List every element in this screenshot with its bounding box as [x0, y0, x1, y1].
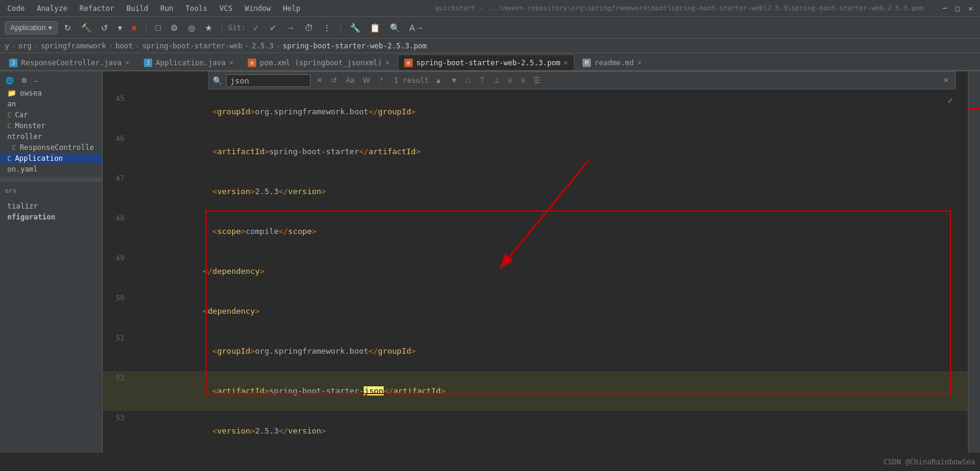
sidebar-item-monster[interactable]: C Monster [0, 120, 102, 131]
class2-icon: C [7, 122, 11, 130]
search-regex-button[interactable]: .* [376, 75, 385, 86]
sidebar-item-label: owsea [20, 89, 42, 97]
menu-refactor[interactable]: Refactor [77, 3, 117, 14]
menu-run[interactable]: Run [158, 3, 176, 14]
rerun-button[interactable]: ↺ [98, 21, 111, 34]
path-boot[interactable]: boot [115, 42, 133, 50]
menu-code[interactable]: Code [5, 3, 27, 14]
code-line-47: 47 <version>2.5.3</version> [103, 172, 968, 212]
tab-pom-xml[interactable]: m pom.xml (springboot_jsonxml) ✕ [241, 54, 396, 70]
main-layout: 🌐 ⚙ − 📁 owsea an C Car C Monster ntrolle… [0, 71, 980, 453]
git-push[interactable]: → [283, 21, 298, 34]
md-icon: M [582, 59, 591, 67]
code-content: 45 <groupId>org.springframework.boot</gr… [103, 71, 968, 453]
sidebar-item-configuration[interactable]: nfiguration [0, 212, 102, 223]
menu-vcs[interactable]: VCS [217, 3, 235, 14]
git-checkmark[interactable]: ✓ [250, 21, 263, 34]
tab-label5: readme.md [595, 59, 634, 67]
folder-icon: 📁 [7, 89, 16, 97]
search-word-button[interactable]: W [361, 75, 372, 86]
clipboard-button[interactable]: 📋 [367, 21, 383, 34]
filter-button2[interactable]: ⊥ [491, 75, 502, 86]
tab-close5-icon[interactable]: ✕ [637, 59, 642, 67]
translate-button[interactable]: A→ [407, 21, 427, 34]
tab-close2-icon[interactable]: ✕ [229, 59, 233, 67]
profile-button[interactable]: ◎ [185, 21, 198, 34]
sidebar-item-application[interactable]: C Application [0, 153, 102, 164]
filter-button3[interactable]: ≡ [506, 75, 515, 86]
git-label: Git: [228, 24, 246, 32]
git-more[interactable]: ⋮ [320, 21, 334, 34]
menu-window[interactable]: Window [242, 3, 273, 14]
expand-button[interactable]: □ [464, 75, 473, 86]
sidebar-item-label9: tializr [7, 202, 38, 210]
coverage-button[interactable]: □ [152, 21, 163, 34]
next-result-button[interactable]: ▼ [448, 75, 460, 86]
path-version[interactable]: 2.5.3 [252, 42, 274, 50]
tab-label2: Application.java [156, 59, 226, 67]
menu-tools[interactable]: Tools [183, 3, 210, 14]
sidebar-item-car[interactable]: C Car [0, 109, 102, 120]
path-springframework[interactable]: springframework [40, 42, 106, 50]
filter-button4[interactable]: ≡ [518, 75, 527, 86]
class3-icon: C [12, 144, 16, 152]
tab-application-java[interactable]: J Application.java ✕ [137, 54, 240, 70]
menu-help[interactable]: Help [280, 3, 303, 14]
editor-area: 🔍 ✕ ↺ Aa W .* 1 result ▲ ▼ □ ⊤ ⊥ ≡ ≡ ☰ ✕ [103, 71, 968, 453]
sidebar-item-yaml[interactable]: on.yaml [0, 164, 102, 175]
sidebar-item-tializr[interactable]: tializr [0, 201, 102, 212]
code-line-51: 51 <groupId>org.springframework.boot</gr… [103, 331, 968, 371]
menu-bar: Code Analyze Refactor Build Run Tools VC… [0, 0, 980, 17]
tab-starter-web-pom[interactable]: m spring-boot-starter-web-2.5.3.pom ✕ [398, 54, 575, 70]
menu-analyze[interactable]: Analyze [34, 3, 70, 14]
search-reload-button[interactable]: ↺ [329, 75, 340, 86]
wrench-button[interactable]: 🔧 [347, 21, 363, 34]
menu-build[interactable]: Build [124, 3, 150, 14]
sidebar: 🌐 ⚙ − 📁 owsea an C Car C Monster ntrolle… [0, 71, 103, 453]
star-button[interactable]: ★ [202, 21, 216, 34]
search-input[interactable] [226, 74, 311, 87]
filter-options-button[interactable]: ☰ [531, 75, 543, 86]
tab-close-icon[interactable]: ✕ [125, 59, 129, 67]
path-y[interactable]: y [5, 42, 9, 50]
build-button[interactable]: 🔨 [78, 21, 94, 34]
tab-close4-icon[interactable]: ✕ [564, 59, 568, 67]
sidebar-minus-icon[interactable]: − [31, 76, 41, 86]
filter-button1[interactable]: ⊤ [477, 75, 488, 86]
tab-readme[interactable]: M readme.md ✕ [576, 54, 648, 70]
dropdown2-button[interactable]: ▾ [115, 21, 125, 34]
minimap-marker [969, 108, 980, 109]
sidebar-globe-icon[interactable]: 🌐 [2, 75, 17, 86]
toolbar: Application ▾ ↻ 🔨 ↺ ▾ ■ □ ⚙ ◎ ★ Git: ✓ ✔… [0, 17, 980, 39]
window-maximize[interactable]: □ [953, 3, 962, 14]
code-line-48: 48 <scope>compile</scope> [103, 212, 968, 252]
title-path: quickstart - ...\maven-repository\org\sp… [433, 3, 926, 13]
window-minimize[interactable]: ─ [940, 3, 949, 14]
debug-button[interactable]: ⚙ [167, 21, 181, 34]
window-close[interactable]: ✕ [966, 3, 975, 14]
tab-close3-icon[interactable]: ✕ [385, 59, 390, 67]
sidebar-item-response[interactable]: C ResponseControlle [0, 142, 102, 153]
sidebar-item-ntroller[interactable]: ntroller [0, 131, 102, 142]
app-dropdown-button[interactable]: Application ▾ [5, 21, 57, 34]
breadcrumb: y › org › springframework › boot › sprin… [0, 39, 980, 53]
prev-result-button[interactable]: ▲ [433, 75, 445, 86]
search-button[interactable]: 🔍 [387, 21, 403, 34]
separator [146, 22, 146, 34]
tab-response-controller[interactable]: J ResponseController.java ✕ [2, 54, 136, 70]
search-clear-button[interactable]: ✕ [314, 75, 325, 86]
path-starter-web[interactable]: spring-boot-starter-web [142, 42, 242, 50]
refresh-button[interactable]: ↻ [61, 21, 74, 34]
sidebar-settings-icon[interactable]: ⚙ [18, 75, 30, 86]
git-check2[interactable]: ✔ [266, 21, 280, 34]
sidebar-item-label10: nfiguration [7, 213, 55, 221]
search-aa-button[interactable]: Aa [343, 75, 357, 86]
git-history[interactable]: ⏱ [301, 21, 316, 34]
path-pom-file[interactable]: spring-boot-starter-web-2.5.3.pom [283, 42, 427, 50]
stop-button[interactable]: ■ [129, 21, 140, 34]
path-org[interactable]: org [18, 42, 31, 50]
sidebar-separator [0, 177, 102, 182]
sidebar-item-an[interactable]: an [0, 99, 102, 109]
sidebar-item-owsea[interactable]: 📁 owsea [0, 88, 102, 99]
search-close-button[interactable]: ✕ [941, 75, 952, 86]
